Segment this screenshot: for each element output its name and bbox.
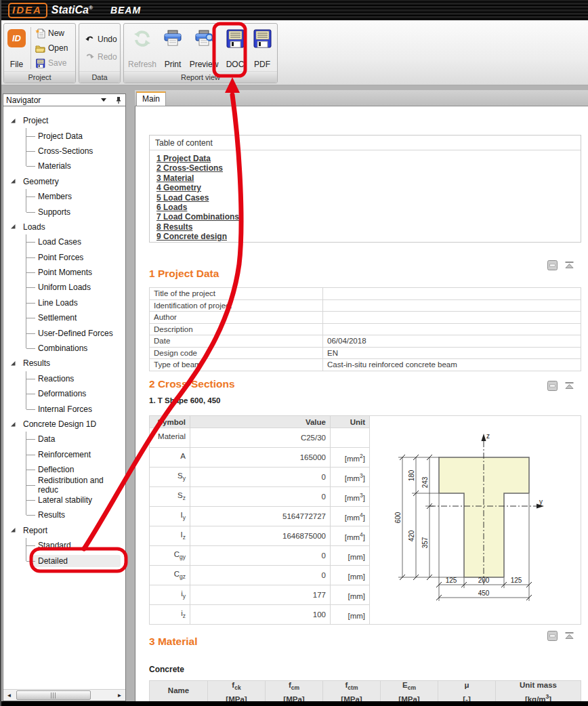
sidebar-item-point-moments[interactable]: Point Moments <box>26 265 125 280</box>
sidebar-item-internal-forces[interactable]: Internal Forces <box>26 401 125 416</box>
doc-button[interactable]: DOC <box>222 25 249 71</box>
new-button[interactable]: New <box>34 27 69 40</box>
expander-icon[interactable] <box>10 224 16 230</box>
sidebar-item-loads[interactable]: Loads <box>3 220 125 234</box>
printer-icon <box>163 28 183 49</box>
sidebar-item-results-cd[interactable]: Results <box>26 507 125 522</box>
expander-icon[interactable] <box>10 178 16 184</box>
dim-357: 357 <box>421 537 429 548</box>
print-button[interactable]: Print <box>159 25 186 71</box>
sidebar-item-line-loads[interactable]: Line Loads <box>26 295 125 310</box>
table-row: Date06/04/2018 <box>150 335 581 348</box>
section-3-heading: 3 Material <box>149 636 198 648</box>
table-row: Design codeEN <box>150 347 581 359</box>
open-button[interactable]: Open <box>34 42 69 55</box>
sidebar-item-cross-sections[interactable]: Cross-Sections <box>26 144 125 159</box>
sidebar-item-point-forces[interactable]: Point Forces <box>26 250 125 265</box>
tab-main[interactable]: Main <box>136 91 166 106</box>
pin-icon[interactable] <box>114 96 123 104</box>
table-row: Author <box>150 312 581 324</box>
toc-link-geometry[interactable]: 4 Geometry <box>156 183 574 192</box>
sidebar-item-concrete-design-1d[interactable]: Concrete Design 1D <box>3 417 125 432</box>
redo-button[interactable]: Redo <box>83 51 119 64</box>
sidebar-item-project[interactable]: Project <box>3 113 125 128</box>
group-label-data: Data <box>79 71 120 83</box>
sidebar-item-load-cases[interactable]: Load Cases <box>26 234 125 249</box>
dim-600: 600 <box>394 512 402 523</box>
expander-icon[interactable] <box>10 360 16 367</box>
separator <box>30 27 31 69</box>
sidebar-item-reinforcement[interactable]: Reinforcement <box>26 447 125 462</box>
collapse-section-icon[interactable] <box>547 631 558 641</box>
group-label-report-view: Report view <box>124 71 277 83</box>
sidebar-item-uniform-loads[interactable]: Uniform Loads <box>26 280 125 295</box>
new-document-icon <box>35 28 45 39</box>
sidebar-item-results[interactable]: Results <box>3 356 125 371</box>
ribbon-group-data: Undo Redo Data <box>79 23 121 83</box>
sidebar-item-standard[interactable]: Standard <box>26 538 125 553</box>
scroll-left-arrow[interactable]: ◄ <box>3 690 15 701</box>
magnifier-icon <box>205 33 215 43</box>
dim-125-left: 125 <box>446 577 457 584</box>
table-row: Identification of project <box>150 299 581 312</box>
scroll-right-arrow[interactable]: ► <box>114 690 125 701</box>
toc-link-results[interactable]: 8 Results <box>156 222 574 232</box>
expander-icon[interactable] <box>10 421 16 428</box>
toc-link-load-combinations[interactable]: 7 Load Combinations <box>156 212 574 222</box>
scroll-track[interactable] <box>15 690 114 701</box>
doc-floppy-icon <box>225 28 245 49</box>
sidebar-item-members[interactable]: Members <box>26 189 125 204</box>
toc-link-material[interactable]: 3 Material <box>156 173 574 183</box>
sidebar-item-geometry[interactable]: Geometry <box>3 174 125 189</box>
sidebar-item-report[interactable]: Report <box>3 523 125 538</box>
toc-link-concrete-design[interactable]: 9 Concrete design <box>156 232 574 241</box>
expander-icon[interactable] <box>10 527 16 533</box>
sidebar-item-deformations[interactable]: Deformations <box>26 386 125 401</box>
toc-link-cross-sections[interactable]: 2 Cross-Sections <box>156 163 574 173</box>
undo-button[interactable]: Undo <box>83 33 119 46</box>
section-1-heading: 1 Project Data <box>149 268 219 280</box>
pdf-button[interactable]: PDF <box>249 25 276 71</box>
project-data-table: Title of the project Identification of p… <box>149 287 581 371</box>
sidebar-item-data[interactable]: Data <box>26 432 125 447</box>
ribbon: ID File New Open Save Project Undo Redo … <box>1 20 588 85</box>
sidebar-item-reactions[interactable]: Reactions <box>26 371 125 386</box>
sidebar-item-settlement[interactable]: Settlement <box>26 310 125 325</box>
sidebar-item-materials[interactable]: Materials <box>26 159 125 173</box>
app-window: IDEA StatiCa® BEAM ID File New Open Save… <box>0 0 588 706</box>
toc-link-loads[interactable]: 6 Loads <box>156 203 574 212</box>
save-button[interactable]: Save <box>34 57 69 70</box>
table-row: Type of beamCast-in-situ reinforced conc… <box>150 359 581 371</box>
sidebar-item-redistribution[interactable]: Redistribution and reduc <box>26 477 125 492</box>
collapse-section-icon[interactable] <box>547 260 558 270</box>
toc-link-load-cases[interactable]: 5 Load Cases <box>156 193 574 203</box>
scroll-grip <box>51 692 57 699</box>
scroll-top-icon[interactable] <box>564 381 574 391</box>
product-name: StatiCa® <box>51 4 93 16</box>
collapse-section-icon[interactable] <box>547 381 558 391</box>
sidebar-item-lateral-stability[interactable]: Lateral stability <box>26 493 125 507</box>
scroll-thumb[interactable] <box>16 690 91 700</box>
table-row: Title of the project <box>150 288 581 300</box>
navigator-hscrollbar[interactable]: ◄ ► <box>3 689 125 701</box>
axis-z-label: z <box>486 432 490 440</box>
sidebar-item-supports[interactable]: Supports <box>26 204 125 219</box>
group-label-project: Project <box>4 71 75 83</box>
sidebar-item-project-data[interactable]: Project Data <box>26 128 125 143</box>
dropdown-icon[interactable] <box>101 98 106 102</box>
file-button[interactable]: ID File <box>5 25 28 71</box>
sidebar-item-detailed[interactable]: Detailed <box>26 553 125 568</box>
refresh-button[interactable]: Refresh <box>125 25 159 71</box>
expander-icon[interactable] <box>10 118 16 124</box>
sidebar-item-combinations[interactable]: Combinations <box>26 341 125 356</box>
sidebar-item-user-defined-forces[interactable]: User-Defined Forces <box>26 325 125 340</box>
axis-y-label: y <box>539 498 543 505</box>
file-icon: ID <box>7 29 26 47</box>
refresh-icon <box>132 28 152 49</box>
preview-button[interactable]: Preview <box>186 25 222 71</box>
scroll-top-icon[interactable] <box>564 260 574 270</box>
navigator-panel: Navigator Project Project Data Cross-Sec… <box>3 94 126 701</box>
cross-section-subtitle: 1. T Shape 600, 450 <box>149 396 220 404</box>
toc-link-project-data[interactable]: 1 Project Data <box>156 154 574 163</box>
scroll-top-icon[interactable] <box>564 631 574 641</box>
